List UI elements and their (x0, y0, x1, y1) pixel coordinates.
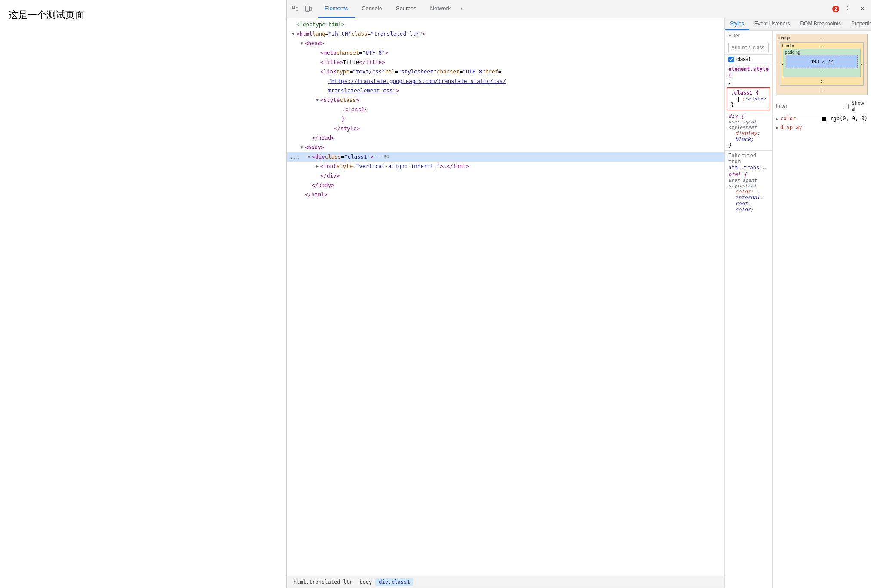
dom-line-style-close[interactable]: </style> (287, 124, 724, 133)
toolbar-right: 2 ⋮ × (832, 3, 868, 15)
border-top: - (821, 43, 822, 48)
dom-line-body-close[interactable]: </body> (287, 181, 724, 190)
dom-line-style[interactable]: <style class> (287, 95, 724, 105)
triangle-font[interactable] (314, 163, 320, 170)
filter-input[interactable] (728, 33, 772, 39)
content-box: 493 × 22 (786, 55, 858, 68)
svg-rect-0 (292, 6, 295, 9)
show-all-checkbox[interactable] (843, 104, 849, 109)
dom-line-class1[interactable]: .class1{ (287, 105, 724, 114)
triangle-body[interactable] (299, 144, 305, 151)
add-class-bar (725, 41, 772, 55)
styles-panel: Styles Event Listeners DOM Breakpoints P… (725, 18, 871, 588)
tab-event-listeners[interactable]: Event Listeners (749, 18, 795, 30)
margin-left: - (778, 62, 779, 67)
triangle-html[interactable] (290, 31, 296, 37)
svg-rect-2 (310, 7, 311, 11)
class1-label: class1 (736, 56, 751, 62)
dom-line-head-close[interactable]: </head> (287, 133, 724, 143)
dom-line-html[interactable]: <html lang="zh-CN" class="translated-ltr… (287, 29, 724, 39)
dom-line-doctype[interactable]: <!doctype html> (287, 20, 724, 29)
dom-line-link-url2[interactable]: translateelement.css"> (287, 86, 724, 95)
tab-dom-breakpoints[interactable]: DOM Breakpoints (795, 18, 846, 30)
class1-checkbox[interactable] (728, 57, 734, 62)
svg-point-3 (307, 10, 307, 11)
tab-styles[interactable]: Styles (725, 18, 749, 30)
dom-tree[interactable]: <!doctype html> <html lang="zh-CN" class… (287, 18, 724, 576)
dom-line-class1-close[interactable]: } (287, 114, 724, 124)
computed-display[interactable]: ▶ display (773, 123, 871, 132)
add-class-input[interactable] (728, 43, 769, 52)
filter-bar: :hov .cls + (725, 31, 772, 41)
inherited-section: Inherited from html.transl… html { user … (725, 150, 772, 214)
dom-line-link1[interactable]: <link type="text/css" rel="stylesheet" c… (287, 67, 724, 77)
devtools-main: <!doctype html> <html lang="zh-CN" class… (287, 18, 871, 588)
page-content: 这是一个测试页面 (0, 0, 284, 588)
padding-bottom-val: - (786, 69, 858, 74)
class-checkbox-row: class1 (725, 55, 772, 64)
dom-line-link-url[interactable]: "https://translate.googleapis.com/transl… (287, 77, 724, 86)
ua-stylesheet-label: user agent stylesheet (728, 119, 769, 130)
dom-line-font[interactable]: <font style="vertical-align: inherit;" >… (287, 162, 724, 171)
div-ua-rule: div { user agent stylesheet display: blo… (725, 111, 772, 150)
triangle-style[interactable] (314, 97, 320, 104)
box-model: margin - - - - border - - - - (773, 31, 871, 98)
dom-line-div-selected[interactable]: ... <div class="class1" > == $0 (287, 152, 724, 162)
margin-label: margin (778, 35, 791, 40)
svg-rect-1 (306, 6, 309, 11)
dom-line-div-close[interactable]: </div> (287, 171, 724, 181)
more-tabs-button[interactable]: » (457, 6, 467, 12)
devtools-toolbar: Elements Console Sources Network » 2 ⋮ × (287, 0, 871, 18)
margin-right: - (864, 62, 865, 67)
tab-sources[interactable]: Sources (389, 0, 423, 18)
error-badge: 2 (832, 6, 839, 12)
tab-elements[interactable]: Elements (318, 0, 355, 18)
border-bottom: - (821, 80, 822, 84)
triangle-head[interactable] (299, 40, 305, 47)
dom-line-meta[interactable]: <meta charset="UTF-8" > (287, 48, 724, 58)
element-style-rule: element.style { } (725, 64, 772, 86)
breadcrumb-item-html[interactable]: html.translated-ltr (290, 578, 356, 586)
inherited-from-link[interactable]: html.transl… (728, 165, 766, 171)
margin-bottom: - (821, 89, 822, 94)
breadcrumb: html.translated-ltr body div.class1 (287, 576, 724, 588)
styles-rules-area: :hov .cls + class1 eleme (725, 31, 772, 588)
inspect-element-button[interactable] (289, 3, 301, 15)
tab-properties[interactable]: Properties (846, 18, 871, 30)
color-prop-value: rgb(0, 0, 0) (822, 116, 868, 122)
color-swatch (822, 117, 826, 121)
show-all-label: Show all (851, 100, 868, 112)
display-prop-name: display (780, 124, 868, 130)
dom-line-body[interactable]: <body> (287, 143, 724, 152)
dom-panel: <!doctype html> <html lang="zh-CN" class… (287, 18, 725, 588)
triangle-div[interactable] (306, 153, 312, 160)
tab-console[interactable]: Console (355, 0, 389, 18)
margin-top: - (821, 35, 822, 40)
box-model-area: margin - - - - border - - - - (772, 31, 871, 588)
tab-network[interactable]: Network (423, 0, 458, 18)
color-expand-icon[interactable]: ▶ (776, 116, 779, 121)
device-toggle-button[interactable] (302, 3, 314, 15)
breadcrumb-item-div[interactable]: div.class1 (375, 578, 413, 586)
margin-box: margin - - - - border - - - - (776, 34, 868, 95)
close-button[interactable]: × (856, 3, 868, 15)
dom-line-html-close[interactable]: </html> (287, 190, 724, 199)
settings-button[interactable]: ⋮ (842, 3, 854, 15)
breadcrumb-item-body[interactable]: body (356, 578, 375, 586)
rule-source-style[interactable]: <style> (746, 96, 766, 101)
computed-filter-input[interactable] (776, 103, 840, 109)
styles-tabs: Styles Event Listeners DOM Breakpoints P… (725, 18, 871, 31)
error-count: 2 (832, 6, 839, 12)
computed-filter-bar: Show all (773, 98, 871, 114)
border-label: border (782, 43, 794, 48)
toolbar-icons (289, 3, 314, 15)
dom-line-head[interactable]: <head> (287, 39, 724, 48)
dom-line-title[interactable]: <title>Title</title> (287, 58, 724, 67)
devtools-panel: Elements Console Sources Network » 2 ⋮ ×… (286, 0, 871, 588)
content-size: 493 × 22 (810, 59, 833, 64)
computed-color[interactable]: ▶ color rgb(0, 0, 0) (773, 114, 871, 123)
class1-style-rule: .class1 { <style> ; } (727, 87, 770, 110)
display-expand-icon[interactable]: ▶ (776, 125, 779, 130)
devtools-tabs: Elements Console Sources Network » (318, 0, 832, 18)
color-prop-name: color (780, 116, 822, 122)
